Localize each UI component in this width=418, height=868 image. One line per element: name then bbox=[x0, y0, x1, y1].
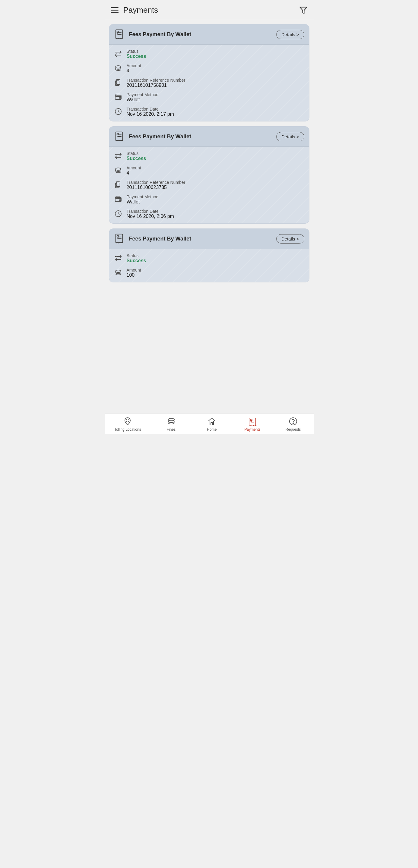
nav-label-fines: Fines bbox=[167, 427, 176, 432]
nav-label-requests: Requests bbox=[286, 427, 301, 432]
amount-row-2: Amount 4 bbox=[114, 165, 304, 176]
card-header-1: $ Fees Payment By Wallet Details > bbox=[109, 24, 309, 44]
status-value-2: Success bbox=[127, 156, 146, 161]
transfer-icon-2 bbox=[114, 152, 122, 160]
transfer-icon-3 bbox=[114, 254, 122, 262]
wallet-icon-2 bbox=[114, 195, 122, 204]
amount-row-1: Amount 4 bbox=[114, 63, 304, 73]
date-label-2: Transaction Date bbox=[127, 209, 174, 214]
card-title-3: Fees Payment By Wallet bbox=[129, 236, 191, 242]
details-button-1[interactable]: Details > bbox=[276, 30, 304, 39]
ref-row-2: Transaction Reference Number 20111610062… bbox=[114, 180, 304, 190]
svg-rect-39 bbox=[211, 423, 213, 425]
payment-card-3: Fees Payment By Wallet Details > Status … bbox=[109, 228, 309, 282]
receipt-icon-2 bbox=[114, 131, 125, 142]
page-title: Payments bbox=[123, 5, 299, 15]
document-icon-1 bbox=[114, 79, 122, 87]
svg-rect-40 bbox=[249, 418, 256, 426]
payment-card-1: $ Fees Payment By Wallet Details > Statu… bbox=[109, 24, 309, 121]
amount-label-3: Amount bbox=[127, 268, 141, 273]
method-value-2: Wallet bbox=[127, 199, 159, 205]
svg-marker-0 bbox=[300, 7, 307, 13]
status-label-2: Status bbox=[127, 151, 146, 156]
status-row-1: Status Success bbox=[114, 49, 304, 59]
svg-point-13 bbox=[119, 97, 121, 98]
svg-rect-11 bbox=[116, 81, 119, 86]
method-label-1: Payment Method bbox=[127, 92, 159, 97]
nav-label-home: Home bbox=[207, 427, 216, 432]
nav-item-payments[interactable]: $ Payments bbox=[242, 416, 263, 432]
ref-label-1: Transaction Reference Number bbox=[127, 78, 185, 83]
amount-label-1: Amount bbox=[127, 63, 141, 68]
nav-item-home[interactable]: Home bbox=[201, 416, 222, 432]
nav-item-requests[interactable]: Requests bbox=[282, 416, 304, 432]
svg-rect-24 bbox=[116, 183, 119, 188]
status-label-3: Status bbox=[127, 253, 146, 258]
details-button-2[interactable]: Details > bbox=[276, 132, 304, 141]
card-title-2: Fees Payment By Wallet bbox=[129, 133, 191, 140]
clock-icon-2 bbox=[114, 210, 122, 218]
card-header-2: Fees Payment By Wallet Details > bbox=[109, 127, 309, 147]
transfer-icon-1 bbox=[114, 50, 122, 58]
ref-value-1: 201116101758901 bbox=[127, 83, 185, 88]
card-header-left-1: $ Fees Payment By Wallet bbox=[114, 29, 191, 40]
svg-point-37 bbox=[168, 418, 174, 421]
svg-rect-23 bbox=[116, 182, 120, 187]
card-body-2: Status Success Amount 4 bbox=[109, 147, 309, 223]
date-row-1: Transaction Date Nov 16 2020, 2:17 pm bbox=[114, 107, 304, 117]
svg-rect-28 bbox=[116, 234, 122, 243]
ref-value-2: 201116100623735 bbox=[127, 185, 185, 190]
svg-rect-10 bbox=[116, 80, 120, 84]
method-value-1: Wallet bbox=[127, 97, 159, 102]
date-value-1: Nov 16 2020, 2:17 pm bbox=[127, 112, 174, 117]
nav-item-fines[interactable]: Fines bbox=[161, 416, 182, 432]
card-header-3: Fees Payment By Wallet Details > bbox=[109, 229, 309, 249]
coins-nav-icon bbox=[167, 416, 176, 426]
date-row-2: Transaction Date Nov 16 2020, 2:06 pm bbox=[114, 209, 304, 219]
clock-icon-1 bbox=[114, 107, 122, 116]
status-value-1: Success bbox=[127, 54, 146, 59]
method-row-1: Payment Method Wallet bbox=[114, 92, 304, 102]
nav-label-tolling-locations: Tolling Locations bbox=[114, 427, 141, 432]
help-circle-icon bbox=[288, 416, 298, 426]
location-pin-icon bbox=[123, 416, 132, 426]
date-label-1: Transaction Date bbox=[127, 107, 174, 112]
document-icon-2 bbox=[114, 181, 122, 189]
coins-icon-3 bbox=[114, 268, 122, 277]
receipt-icon-1: $ bbox=[114, 29, 125, 40]
svg-point-26 bbox=[119, 199, 121, 201]
payments-nav-icon: $ bbox=[248, 416, 257, 426]
svg-point-47 bbox=[293, 424, 294, 424]
method-label-2: Payment Method bbox=[127, 194, 159, 199]
method-row-2: Payment Method Wallet bbox=[114, 194, 304, 205]
payment-card-2: Fees Payment By Wallet Details > Status … bbox=[109, 126, 309, 224]
card-header-left-2: Fees Payment By Wallet bbox=[114, 131, 191, 142]
payments-list: $ Fees Payment By Wallet Details > Statu… bbox=[104, 19, 314, 413]
app-header: Payments bbox=[104, 0, 314, 19]
amount-row-3: Amount 100 bbox=[114, 268, 304, 278]
card-body-1: Status Success Amount 4 bbox=[109, 44, 309, 121]
svg-rect-38 bbox=[210, 421, 213, 425]
coins-icon-2 bbox=[114, 166, 122, 175]
amount-value-1: 4 bbox=[127, 68, 141, 73]
coins-icon-1 bbox=[114, 64, 122, 72]
home-icon bbox=[207, 416, 216, 426]
wallet-icon-1 bbox=[114, 93, 122, 101]
filter-icon[interactable] bbox=[299, 6, 308, 14]
svg-rect-15 bbox=[116, 132, 122, 141]
amount-label-2: Amount bbox=[127, 165, 141, 170]
status-value-3: Success bbox=[127, 258, 146, 264]
hamburger-menu-button[interactable] bbox=[111, 7, 119, 13]
card-title-1: Fees Payment By Wallet bbox=[129, 31, 191, 38]
card-header-left-3: Fees Payment By Wallet bbox=[114, 233, 191, 244]
amount-value-2: 4 bbox=[127, 170, 141, 176]
nav-label-payments: Payments bbox=[245, 427, 261, 432]
card-body-3: Status Success Amount 100 bbox=[109, 249, 309, 282]
details-button-3[interactable]: Details > bbox=[276, 234, 304, 244]
nav-item-tolling-locations[interactable]: Tolling Locations bbox=[114, 416, 141, 432]
ref-row-1: Transaction Reference Number 20111610175… bbox=[114, 78, 304, 88]
status-row-2: Status Success bbox=[114, 151, 304, 161]
status-row-3: Status Success bbox=[114, 253, 304, 264]
receipt-icon-3 bbox=[114, 233, 125, 244]
bottom-navigation: Tolling Locations Fines Home $ bbox=[104, 413, 314, 434]
